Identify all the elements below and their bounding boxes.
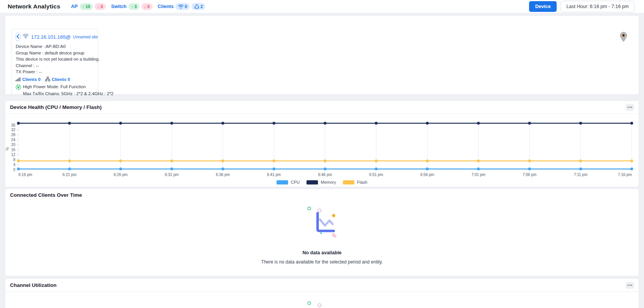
wifi-icon bbox=[23, 33, 29, 40]
stat-group-clients: Clients02 bbox=[158, 3, 206, 10]
svg-text:7:06 pm: 7:06 pm bbox=[523, 173, 536, 177]
power-mode-text: High Power Mode: Full Function bbox=[23, 84, 86, 89]
svg-text:7:01 pm: 7:01 pm bbox=[472, 173, 485, 177]
svg-text:6:21 pm: 6:21 pm bbox=[62, 173, 76, 177]
arrow-up-icon: ↑ bbox=[131, 5, 133, 9]
svg-text:28: 28 bbox=[11, 133, 16, 137]
legend-item-cpu[interactable]: CPU bbox=[277, 180, 300, 184]
badge-value: 0 bbox=[147, 4, 149, 9]
badge-value: 0 bbox=[101, 4, 103, 9]
divider bbox=[5, 114, 639, 114]
switch-up-badge[interactable]: ↑3 bbox=[128, 3, 139, 10]
device-info-panel: 172.16.101.165@ Unnamed site Device Name… bbox=[11, 29, 98, 95]
svg-text:6:56 pm: 6:56 pm bbox=[420, 173, 434, 177]
header-actions: Device Last Hour: 6:16 pm - 7:16 pm bbox=[529, 1, 634, 12]
svg-text:20: 20 bbox=[11, 143, 16, 147]
location-note-text: This device is not yet located on a buil… bbox=[16, 57, 94, 61]
chart-legend: CPUMemoryFlash bbox=[5, 180, 639, 184]
chevron-left-icon bbox=[16, 34, 20, 40]
connected-clients-title: Connected Clients Over Time bbox=[10, 192, 82, 198]
mesh-clients-icon bbox=[194, 4, 199, 9]
switch-down-badge[interactable]: ↓0 bbox=[141, 3, 152, 10]
svg-text:24: 24 bbox=[11, 138, 16, 142]
svg-text:16: 16 bbox=[11, 148, 16, 152]
lan-clients-icon bbox=[45, 76, 50, 83]
svg-text:7:11 pm: 7:11 pm bbox=[574, 173, 587, 177]
more-options-button[interactable] bbox=[626, 104, 634, 111]
device-health-title: Device Health (CPU / Memory / Flash) bbox=[10, 104, 102, 110]
device-ip-link[interactable]: 172.16.101.165@ bbox=[31, 34, 71, 40]
legend-swatch-cpu bbox=[277, 180, 288, 184]
legend-item-memory[interactable]: Memory bbox=[306, 180, 336, 184]
badge-value: 2 bbox=[200, 4, 203, 9]
svg-text:6:36 pm: 6:36 pm bbox=[216, 173, 230, 177]
wifi-icon bbox=[178, 4, 184, 9]
channel-utilization-title: Channel Utilization bbox=[10, 282, 57, 288]
stat-label-ap: AP bbox=[71, 4, 77, 9]
wireless-clients-link[interactable]: Clients 0 bbox=[22, 77, 41, 82]
badge-value: 3 bbox=[134, 4, 137, 9]
no-data-title: No data available bbox=[5, 250, 639, 255]
no-data-message: There is no data available for the selec… bbox=[5, 259, 639, 265]
arrow-up-icon: ↑ bbox=[82, 5, 85, 9]
svg-text:12: 12 bbox=[11, 153, 16, 157]
no-data-illustration-partial bbox=[303, 297, 341, 308]
time-range-selector[interactable]: Last Hour: 6:16 pm - 7:16 pm bbox=[560, 1, 634, 12]
network-analytics-page: Network Analytics AP↑10↓0Switch↑3↓0Clien… bbox=[0, 0, 644, 308]
clients-wifi-badge[interactable]: 0 bbox=[175, 3, 190, 10]
legend-label: CPU bbox=[291, 180, 300, 184]
svg-text:6:41 pm: 6:41 pm bbox=[267, 173, 281, 177]
device-health-chart: 6:16 pm6:21 pm6:26 pm6:31 pm6:36 pm6:41 … bbox=[5, 116, 639, 181]
svg-text:6:26 pm: 6:26 pm bbox=[114, 173, 128, 177]
legend-item-flash[interactable]: Flash bbox=[343, 180, 367, 184]
channel-text: Channel : -- bbox=[16, 63, 94, 68]
svg-text:6:16 pm: 6:16 pm bbox=[18, 173, 32, 177]
more-options-button[interactable] bbox=[626, 282, 634, 289]
badge-value: 10 bbox=[85, 4, 90, 9]
device-status-summary: AP↑10↓0Switch↑3↓0Clients02 bbox=[71, 3, 205, 10]
badge-value: 0 bbox=[185, 4, 187, 9]
device-health-card: Device Health (CPU / Memory / Flash) 6:1… bbox=[5, 100, 639, 187]
top-header-bar: Network Analytics AP↑10↓0Switch↑3↓0Clien… bbox=[0, 0, 644, 13]
stat-label-switch: Switch bbox=[111, 4, 126, 9]
arrow-down-icon: ↓ bbox=[144, 5, 146, 9]
svg-text:4: 4 bbox=[13, 163, 15, 167]
legend-label: Flash bbox=[357, 180, 367, 184]
ap-up-badge[interactable]: ↑10 bbox=[80, 3, 93, 10]
device-overview-card: 172.16.101.165@ Unnamed site Device Name… bbox=[5, 15, 639, 95]
svg-text:32: 32 bbox=[11, 128, 16, 132]
svg-text:6:31 pm: 6:31 pm bbox=[165, 173, 179, 177]
site-link[interactable]: Unnamed site bbox=[73, 35, 98, 39]
svg-text:0: 0 bbox=[13, 168, 15, 172]
power-plug-icon bbox=[16, 84, 21, 91]
clients-mesh-badge[interactable]: 2 bbox=[192, 3, 205, 10]
stat-group-switch: Switch↑3↓0 bbox=[111, 3, 152, 10]
device-button[interactable]: Device bbox=[529, 1, 557, 12]
svg-text:6:51 pm: 6:51 pm bbox=[369, 173, 383, 177]
wired-clients-link[interactable]: Clients 0 bbox=[52, 77, 70, 82]
legend-swatch-memory bbox=[306, 180, 318, 184]
stat-group-ap: AP↑10↓0 bbox=[71, 3, 106, 10]
map-pin-icon[interactable] bbox=[620, 32, 627, 44]
channel-utilization-card: Channel Utilization bbox=[5, 278, 639, 308]
svg-text:7:16 pm: 7:16 pm bbox=[618, 173, 632, 177]
back-button[interactable] bbox=[16, 33, 20, 41]
svg-text:6:46 pm: 6:46 pm bbox=[318, 173, 332, 177]
legend-swatch-flash bbox=[343, 180, 354, 184]
signal-bars-icon bbox=[16, 76, 21, 83]
svg-text:8: 8 bbox=[13, 158, 15, 162]
device-name-text: Device Name : AP-BD:A0 bbox=[16, 44, 94, 49]
page-title: Network Analytics bbox=[8, 3, 60, 10]
svg-text:36: 36 bbox=[11, 123, 16, 127]
no-data-illustration bbox=[303, 203, 341, 242]
stat-label-clients: Clients bbox=[158, 4, 174, 9]
group-name-text: Group Name : default device group bbox=[16, 51, 94, 55]
legend-label: Memory bbox=[321, 180, 336, 184]
tx-power-text: TX Power : -- bbox=[16, 69, 94, 74]
max-chains-text: Max Tx/Rx Chains: 5GHz : 2*2 & 2.4GHz : … bbox=[23, 91, 94, 96]
divider bbox=[5, 292, 639, 292]
ap-down-badge[interactable]: ↓0 bbox=[95, 3, 106, 10]
connected-clients-card: Connected Clients Over Time No data avai… bbox=[5, 188, 639, 276]
arrow-down-icon: ↓ bbox=[97, 5, 100, 9]
svg-text:%: % bbox=[5, 147, 10, 150]
